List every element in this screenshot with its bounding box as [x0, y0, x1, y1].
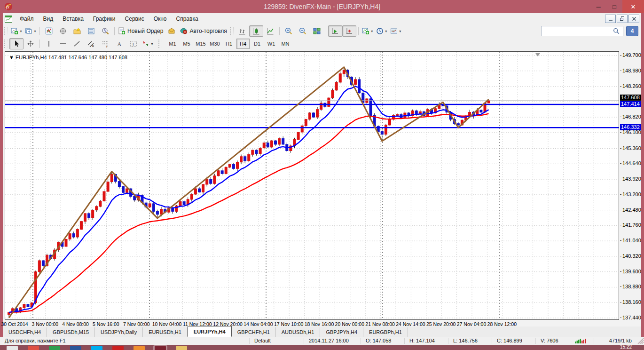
- toolbar-grip[interactable]: [4, 40, 8, 48]
- arrows-button[interactable]: ▾: [141, 38, 155, 49]
- mailbox-button[interactable]: [165, 25, 179, 37]
- line-chart-icon: [267, 27, 274, 35]
- toolbar-grip[interactable]: [158, 40, 162, 48]
- status-profile[interactable]: Default: [249, 338, 304, 344]
- child-minimize-button[interactable]: [605, 15, 616, 23]
- windows-taskbar[interactable]: 15:22: [0, 345, 644, 350]
- timeframe-h1-button[interactable]: H1: [222, 39, 236, 49]
- tile-windows-button[interactable]: [310, 25, 324, 37]
- taskbar-icon-terminal-app[interactable]: [155, 346, 166, 350]
- taskbar-icon-chrome[interactable]: [28, 346, 39, 350]
- status-close: C: 146.899: [492, 338, 535, 344]
- data-window-button[interactable]: [56, 25, 70, 37]
- market-watch-button[interactable]: [42, 25, 56, 37]
- chart-plot-area[interactable]: ▼ EURJPYh,H4 147.481 147.646 147.480 147…: [5, 51, 619, 320]
- chart-tab-audusdh-h1[interactable]: AUDUSDh,H1: [276, 327, 321, 337]
- chart-tab-gbpusdh-m15[interactable]: GBPUSDh,M15: [47, 327, 95, 337]
- chart-tab-gbpjpyh-h4[interactable]: GBPJPYh,H4: [320, 327, 363, 337]
- status-traffic: 4719/1 kb: [594, 338, 636, 344]
- toolbar-grip[interactable]: [4, 27, 8, 35]
- menu-view[interactable]: Вид: [39, 16, 58, 22]
- profiles-button[interactable]: ▾: [24, 25, 38, 37]
- chat-notifications-button[interactable]: 4: [626, 26, 638, 36]
- text-label-button[interactable]: T: [126, 38, 141, 49]
- new-chart-icon: [11, 27, 18, 35]
- taskbar-icon-start[interactable]: [7, 346, 18, 350]
- menu-file[interactable]: Файл: [15, 16, 39, 22]
- new-chart-button[interactable]: ▾: [9, 25, 24, 37]
- taskbar-icon-browser[interactable]: [134, 346, 145, 350]
- timeframe-m30-button[interactable]: M30: [208, 39, 221, 49]
- vertical-line-button[interactable]: [42, 38, 56, 49]
- chart-tab-usdchfh-h4[interactable]: USDCHFh,H4: [3, 327, 47, 337]
- chart-tab-eurgbph-h1[interactable]: EURGBPh,H1: [363, 327, 408, 337]
- chart-window-system-icon[interactable]: [5, 16, 12, 23]
- auto-trading-button[interactable]: Авто-торговля: [179, 25, 228, 37]
- search-icon[interactable]: [613, 28, 622, 34]
- timeframe-m1-button[interactable]: M1: [166, 39, 179, 49]
- terminal-button[interactable]: [84, 25, 98, 37]
- timeframe-d1-button[interactable]: D1: [251, 39, 264, 49]
- timeframe-w1-button[interactable]: W1: [265, 39, 278, 49]
- menu-window[interactable]: Окно: [149, 16, 172, 22]
- strategy-tester-button[interactable]: [98, 25, 112, 37]
- status-candle-time: 2014.11.27 16:00: [304, 338, 361, 344]
- menu-help[interactable]: Справка: [172, 16, 203, 22]
- toolbar-separator: [39, 40, 40, 48]
- horizontal-line-icon: [59, 40, 67, 48]
- new-order-button[interactable]: Новый Ордер: [117, 25, 165, 37]
- line-chart-button[interactable]: [263, 25, 277, 37]
- resize-grip[interactable]: [637, 338, 644, 344]
- trendline-button[interactable]: [70, 38, 84, 49]
- crosshair-button[interactable]: [24, 38, 38, 49]
- text-button[interactable]: A: [112, 38, 126, 49]
- toolbar-grip[interactable]: [230, 27, 234, 35]
- taskbar-icon-settings[interactable]: [112, 346, 124, 350]
- candle-chart-button[interactable]: [249, 25, 263, 37]
- cursor-icon: [13, 40, 20, 48]
- horizontal-line-button[interactable]: [56, 38, 70, 49]
- taskbar-icon-folder[interactable]: [176, 346, 187, 350]
- menu-charts[interactable]: Графики: [88, 16, 120, 22]
- timeframe-mn-button[interactable]: MN: [279, 39, 292, 49]
- chart-shift-button[interactable]: [342, 25, 356, 37]
- taskbar-icon-word[interactable]: [70, 346, 81, 350]
- search-input[interactable]: [541, 26, 623, 36]
- child-close-button[interactable]: [628, 15, 639, 23]
- status-volume: V: 7606: [535, 338, 570, 344]
- timeframe-m5-button[interactable]: M5: [180, 39, 193, 49]
- chart-tab-gbpchfh-h1[interactable]: GBPCHFh,H1: [232, 327, 276, 337]
- taskbar-icon-skype[interactable]: [91, 346, 102, 350]
- candle-chart-icon: [252, 27, 260, 35]
- zoom-in-button[interactable]: [282, 25, 296, 37]
- equidistant-channel-button[interactable]: E: [84, 38, 98, 49]
- connection-bars-icon: [570, 338, 594, 344]
- timeframe-h4-button[interactable]: H4: [236, 39, 250, 49]
- bar-chart-button[interactable]: [235, 25, 249, 37]
- templates-button[interactable]: ▾: [389, 25, 403, 37]
- timeframe-m15-button[interactable]: M15: [194, 39, 207, 49]
- child-restore-button[interactable]: [617, 15, 628, 23]
- window-maximize-button[interactable]: □: [606, 1, 622, 12]
- status-low: L: 146.756: [448, 338, 492, 344]
- zoom-out-button[interactable]: [296, 25, 310, 37]
- menu-insert[interactable]: Вставка: [58, 16, 88, 22]
- taskbar-icon-store[interactable]: [49, 346, 60, 350]
- cursor-button[interactable]: [9, 38, 24, 49]
- toolbar-line-studies: EFAT▾ M1M5M15M30H1H4D1W1MN: [3, 38, 641, 50]
- fibonacci-button[interactable]: F: [98, 38, 112, 49]
- chart-tab-eurjpyh-h4[interactable]: EURJPYh,H4: [188, 326, 232, 337]
- menu-tools[interactable]: Сервис: [120, 16, 149, 22]
- tile-windows-icon: [313, 27, 321, 35]
- price-tag-147.608: 147.608: [620, 95, 641, 101]
- periods-button[interactable]: ▾: [375, 25, 389, 37]
- auto-scroll-button[interactable]: [328, 25, 342, 37]
- price-axis[interactable]: 149.700148.980148.260146.820146.100145.3…: [620, 51, 641, 320]
- chart-tab-usdjpyh-daily[interactable]: USDJPYh,Daily: [95, 327, 143, 337]
- indicators-button[interactable]: ▾: [361, 25, 375, 37]
- navigator-button[interactable]: [70, 25, 84, 37]
- window-minimize-button[interactable]: ─: [590, 1, 606, 12]
- title-bar: fx 129859: DivenFX-Main - [EURJPYh,H4] ─…: [0, 0, 644, 13]
- window-close-button[interactable]: ✕: [622, 0, 644, 13]
- chart-tab-eurusdh-h1[interactable]: EURUSDh,H1: [143, 327, 188, 337]
